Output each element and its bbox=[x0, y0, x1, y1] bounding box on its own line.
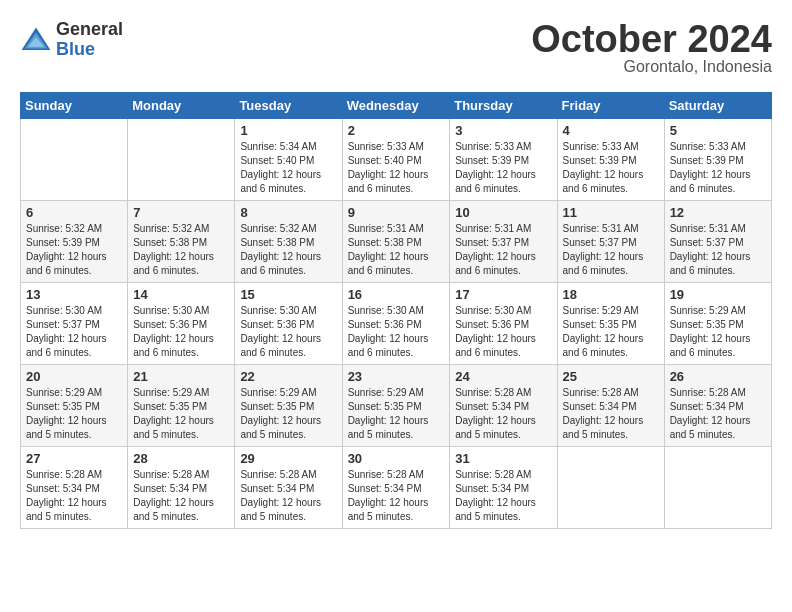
day-info: Sunrise: 5:32 AM Sunset: 5:39 PM Dayligh… bbox=[26, 222, 122, 278]
day-header-tuesday: Tuesday bbox=[235, 93, 342, 119]
calendar-cell: 16Sunrise: 5:30 AM Sunset: 5:36 PM Dayli… bbox=[342, 283, 450, 365]
calendar-cell: 25Sunrise: 5:28 AM Sunset: 5:34 PM Dayli… bbox=[557, 365, 664, 447]
day-number: 4 bbox=[563, 123, 659, 138]
calendar-cell: 9Sunrise: 5:31 AM Sunset: 5:38 PM Daylig… bbox=[342, 201, 450, 283]
calendar-week-4: 20Sunrise: 5:29 AM Sunset: 5:35 PM Dayli… bbox=[21, 365, 772, 447]
day-number: 17 bbox=[455, 287, 551, 302]
day-number: 19 bbox=[670, 287, 766, 302]
calendar-cell: 31Sunrise: 5:28 AM Sunset: 5:34 PM Dayli… bbox=[450, 447, 557, 529]
day-number: 10 bbox=[455, 205, 551, 220]
calendar-cell: 23Sunrise: 5:29 AM Sunset: 5:35 PM Dayli… bbox=[342, 365, 450, 447]
day-info: Sunrise: 5:30 AM Sunset: 5:36 PM Dayligh… bbox=[455, 304, 551, 360]
day-number: 6 bbox=[26, 205, 122, 220]
calendar-cell: 10Sunrise: 5:31 AM Sunset: 5:37 PM Dayli… bbox=[450, 201, 557, 283]
calendar-cell: 8Sunrise: 5:32 AM Sunset: 5:38 PM Daylig… bbox=[235, 201, 342, 283]
calendar-week-5: 27Sunrise: 5:28 AM Sunset: 5:34 PM Dayli… bbox=[21, 447, 772, 529]
calendar-week-3: 13Sunrise: 5:30 AM Sunset: 5:37 PM Dayli… bbox=[21, 283, 772, 365]
day-number: 14 bbox=[133, 287, 229, 302]
page-header: General Blue October 2024 Gorontalo, Ind… bbox=[20, 20, 772, 76]
day-number: 9 bbox=[348, 205, 445, 220]
calendar-cell: 27Sunrise: 5:28 AM Sunset: 5:34 PM Dayli… bbox=[21, 447, 128, 529]
day-info: Sunrise: 5:28 AM Sunset: 5:34 PM Dayligh… bbox=[455, 468, 551, 524]
calendar-cell bbox=[664, 447, 771, 529]
day-info: Sunrise: 5:30 AM Sunset: 5:37 PM Dayligh… bbox=[26, 304, 122, 360]
day-info: Sunrise: 5:33 AM Sunset: 5:39 PM Dayligh… bbox=[563, 140, 659, 196]
logo-general-text: General bbox=[56, 20, 123, 40]
calendar-cell: 15Sunrise: 5:30 AM Sunset: 5:36 PM Dayli… bbox=[235, 283, 342, 365]
calendar-cell: 19Sunrise: 5:29 AM Sunset: 5:35 PM Dayli… bbox=[664, 283, 771, 365]
calendar-cell: 12Sunrise: 5:31 AM Sunset: 5:37 PM Dayli… bbox=[664, 201, 771, 283]
day-info: Sunrise: 5:30 AM Sunset: 5:36 PM Dayligh… bbox=[348, 304, 445, 360]
day-header-wednesday: Wednesday bbox=[342, 93, 450, 119]
day-info: Sunrise: 5:28 AM Sunset: 5:34 PM Dayligh… bbox=[240, 468, 336, 524]
calendar-cell: 11Sunrise: 5:31 AM Sunset: 5:37 PM Dayli… bbox=[557, 201, 664, 283]
logo-text: General Blue bbox=[56, 20, 123, 60]
day-header-saturday: Saturday bbox=[664, 93, 771, 119]
day-number: 3 bbox=[455, 123, 551, 138]
day-info: Sunrise: 5:32 AM Sunset: 5:38 PM Dayligh… bbox=[133, 222, 229, 278]
calendar-cell: 6Sunrise: 5:32 AM Sunset: 5:39 PM Daylig… bbox=[21, 201, 128, 283]
calendar-cell bbox=[128, 119, 235, 201]
calendar-cell: 5Sunrise: 5:33 AM Sunset: 5:39 PM Daylig… bbox=[664, 119, 771, 201]
day-info: Sunrise: 5:28 AM Sunset: 5:34 PM Dayligh… bbox=[563, 386, 659, 442]
day-number: 5 bbox=[670, 123, 766, 138]
day-number: 2 bbox=[348, 123, 445, 138]
calendar-cell: 4Sunrise: 5:33 AM Sunset: 5:39 PM Daylig… bbox=[557, 119, 664, 201]
day-number: 27 bbox=[26, 451, 122, 466]
day-number: 31 bbox=[455, 451, 551, 466]
day-info: Sunrise: 5:29 AM Sunset: 5:35 PM Dayligh… bbox=[240, 386, 336, 442]
day-info: Sunrise: 5:28 AM Sunset: 5:34 PM Dayligh… bbox=[26, 468, 122, 524]
location-text: Gorontalo, Indonesia bbox=[531, 58, 772, 76]
day-header-thursday: Thursday bbox=[450, 93, 557, 119]
month-title: October 2024 bbox=[531, 20, 772, 58]
calendar-cell: 13Sunrise: 5:30 AM Sunset: 5:37 PM Dayli… bbox=[21, 283, 128, 365]
day-header-friday: Friday bbox=[557, 93, 664, 119]
day-info: Sunrise: 5:31 AM Sunset: 5:38 PM Dayligh… bbox=[348, 222, 445, 278]
day-header-sunday: Sunday bbox=[21, 93, 128, 119]
day-info: Sunrise: 5:28 AM Sunset: 5:34 PM Dayligh… bbox=[348, 468, 445, 524]
calendar-table: SundayMondayTuesdayWednesdayThursdayFrid… bbox=[20, 92, 772, 529]
calendar-cell: 29Sunrise: 5:28 AM Sunset: 5:34 PM Dayli… bbox=[235, 447, 342, 529]
day-header-monday: Monday bbox=[128, 93, 235, 119]
day-number: 15 bbox=[240, 287, 336, 302]
day-number: 25 bbox=[563, 369, 659, 384]
calendar-cell: 2Sunrise: 5:33 AM Sunset: 5:40 PM Daylig… bbox=[342, 119, 450, 201]
day-number: 16 bbox=[348, 287, 445, 302]
day-info: Sunrise: 5:31 AM Sunset: 5:37 PM Dayligh… bbox=[670, 222, 766, 278]
calendar-cell: 17Sunrise: 5:30 AM Sunset: 5:36 PM Dayli… bbox=[450, 283, 557, 365]
day-info: Sunrise: 5:29 AM Sunset: 5:35 PM Dayligh… bbox=[26, 386, 122, 442]
calendar-cell: 1Sunrise: 5:34 AM Sunset: 5:40 PM Daylig… bbox=[235, 119, 342, 201]
day-number: 18 bbox=[563, 287, 659, 302]
title-block: October 2024 Gorontalo, Indonesia bbox=[531, 20, 772, 76]
day-number: 23 bbox=[348, 369, 445, 384]
day-info: Sunrise: 5:31 AM Sunset: 5:37 PM Dayligh… bbox=[563, 222, 659, 278]
day-info: Sunrise: 5:30 AM Sunset: 5:36 PM Dayligh… bbox=[240, 304, 336, 360]
calendar-cell bbox=[21, 119, 128, 201]
calendar-header-row: SundayMondayTuesdayWednesdayThursdayFrid… bbox=[21, 93, 772, 119]
day-number: 13 bbox=[26, 287, 122, 302]
calendar-week-1: 1Sunrise: 5:34 AM Sunset: 5:40 PM Daylig… bbox=[21, 119, 772, 201]
day-info: Sunrise: 5:33 AM Sunset: 5:39 PM Dayligh… bbox=[670, 140, 766, 196]
calendar-cell: 18Sunrise: 5:29 AM Sunset: 5:35 PM Dayli… bbox=[557, 283, 664, 365]
day-number: 12 bbox=[670, 205, 766, 220]
day-info: Sunrise: 5:29 AM Sunset: 5:35 PM Dayligh… bbox=[670, 304, 766, 360]
calendar-cell: 14Sunrise: 5:30 AM Sunset: 5:36 PM Dayli… bbox=[128, 283, 235, 365]
day-info: Sunrise: 5:31 AM Sunset: 5:37 PM Dayligh… bbox=[455, 222, 551, 278]
day-number: 24 bbox=[455, 369, 551, 384]
day-number: 20 bbox=[26, 369, 122, 384]
day-info: Sunrise: 5:30 AM Sunset: 5:36 PM Dayligh… bbox=[133, 304, 229, 360]
day-info: Sunrise: 5:29 AM Sunset: 5:35 PM Dayligh… bbox=[133, 386, 229, 442]
day-number: 7 bbox=[133, 205, 229, 220]
day-number: 21 bbox=[133, 369, 229, 384]
calendar-cell: 30Sunrise: 5:28 AM Sunset: 5:34 PM Dayli… bbox=[342, 447, 450, 529]
day-info: Sunrise: 5:28 AM Sunset: 5:34 PM Dayligh… bbox=[670, 386, 766, 442]
calendar-cell bbox=[557, 447, 664, 529]
day-number: 30 bbox=[348, 451, 445, 466]
logo: General Blue bbox=[20, 20, 123, 60]
calendar-week-2: 6Sunrise: 5:32 AM Sunset: 5:39 PM Daylig… bbox=[21, 201, 772, 283]
day-info: Sunrise: 5:33 AM Sunset: 5:40 PM Dayligh… bbox=[348, 140, 445, 196]
day-info: Sunrise: 5:28 AM Sunset: 5:34 PM Dayligh… bbox=[455, 386, 551, 442]
day-info: Sunrise: 5:33 AM Sunset: 5:39 PM Dayligh… bbox=[455, 140, 551, 196]
day-number: 1 bbox=[240, 123, 336, 138]
day-info: Sunrise: 5:32 AM Sunset: 5:38 PM Dayligh… bbox=[240, 222, 336, 278]
